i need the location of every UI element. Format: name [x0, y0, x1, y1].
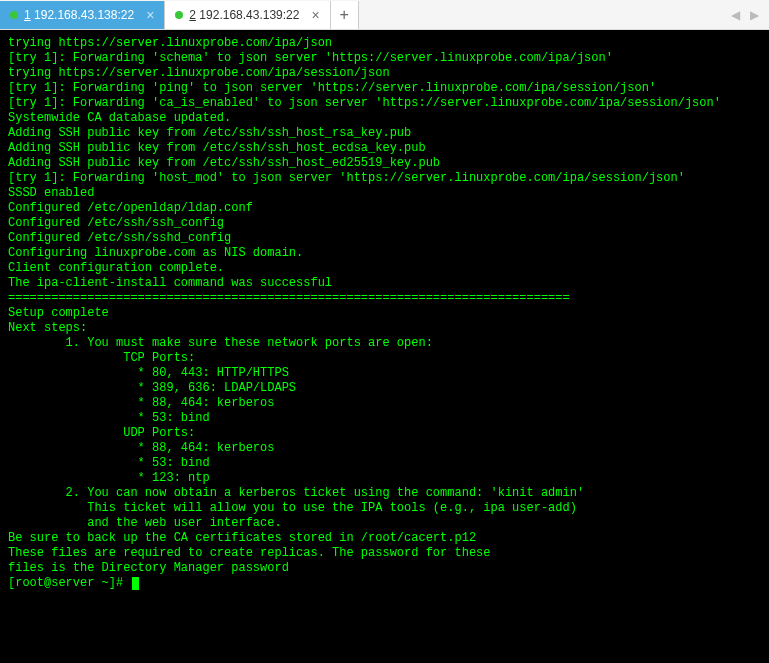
terminal-line: trying https://server.linuxprobe.com/ipa…: [8, 36, 761, 51]
terminal-line: [try 1]: Forwarding 'ping' to json serve…: [8, 81, 761, 96]
nav-arrows: ◀ ▶: [727, 6, 769, 24]
terminal-line: Setup complete: [8, 306, 761, 321]
terminal-line: Adding SSH public key from /etc/ssh/ssh_…: [8, 141, 761, 156]
terminal-line: 2. You can now obtain a kerberos ticket …: [8, 486, 761, 501]
tab-bar: 1 192.168.43.138:22 × 2 192.168.43.139:2…: [0, 0, 769, 30]
terminal-line: These files are required to create repli…: [8, 546, 761, 561]
terminal-line: The ipa-client-install command was succe…: [8, 276, 761, 291]
terminal-line: UDP Ports:: [8, 426, 761, 441]
status-dot-icon: [10, 11, 18, 19]
status-dot-icon: [175, 11, 183, 19]
terminal-line: 1. You must make sure these network port…: [8, 336, 761, 351]
terminal-line: This ticket will allow you to use the IP…: [8, 501, 761, 516]
cursor-icon: [132, 577, 139, 590]
terminal-line: Adding SSH public key from /etc/ssh/ssh_…: [8, 156, 761, 171]
nav-prev-icon[interactable]: ◀: [727, 6, 744, 24]
terminal-line: [try 1]: Forwarding 'schema' to json ser…: [8, 51, 761, 66]
terminal-line: * 88, 464: kerberos: [8, 396, 761, 411]
tab-session-2[interactable]: 2 192.168.43.139:22 ×: [165, 1, 330, 29]
terminal-line: [try 1]: Forwarding 'ca_is_enabled' to j…: [8, 96, 761, 111]
terminal-line: * 88, 464: kerberos: [8, 441, 761, 456]
terminal-line: and the web user interface.: [8, 516, 761, 531]
terminal-line: TCP Ports:: [8, 351, 761, 366]
terminal-line: trying https://server.linuxprobe.com/ipa…: [8, 66, 761, 81]
terminal-output[interactable]: trying https://server.linuxprobe.com/ipa…: [0, 30, 769, 663]
terminal-line: [try 1]: Forwarding 'host_mod' to json s…: [8, 171, 761, 186]
terminal-line: Configured /etc/openldap/ldap.conf: [8, 201, 761, 216]
terminal-prompt[interactable]: [root@server ~]#: [8, 576, 761, 591]
tab-session-1[interactable]: 1 192.168.43.138:22 ×: [0, 1, 165, 29]
terminal-line: ========================================…: [8, 291, 761, 306]
tab-label: 2 192.168.43.139:22: [189, 8, 299, 22]
terminal-line: Configured /etc/ssh/sshd_config: [8, 231, 761, 246]
terminal-line: * 80, 443: HTTP/HTTPS: [8, 366, 761, 381]
terminal-line: Be sure to back up the CA certificates s…: [8, 531, 761, 546]
terminal-line: * 123: ntp: [8, 471, 761, 486]
terminal-line: * 53: bind: [8, 411, 761, 426]
close-icon[interactable]: ×: [146, 7, 154, 23]
nav-next-icon[interactable]: ▶: [746, 6, 763, 24]
terminal-line: SSSD enabled: [8, 186, 761, 201]
tab-label: 1 192.168.43.138:22: [24, 8, 134, 22]
terminal-line: files is the Directory Manager password: [8, 561, 761, 576]
new-tab-button[interactable]: +: [331, 1, 359, 29]
terminal-line: Configured /etc/ssh/ssh_config: [8, 216, 761, 231]
terminal-line: * 389, 636: LDAP/LDAPS: [8, 381, 761, 396]
close-icon[interactable]: ×: [311, 7, 319, 23]
terminal-line: Configuring linuxprobe.com as NIS domain…: [8, 246, 761, 261]
terminal-line: Adding SSH public key from /etc/ssh/ssh_…: [8, 126, 761, 141]
terminal-line: Client configuration complete.: [8, 261, 761, 276]
terminal-line: * 53: bind: [8, 456, 761, 471]
terminal-line: Next steps:: [8, 321, 761, 336]
terminal-line: Systemwide CA database updated.: [8, 111, 761, 126]
